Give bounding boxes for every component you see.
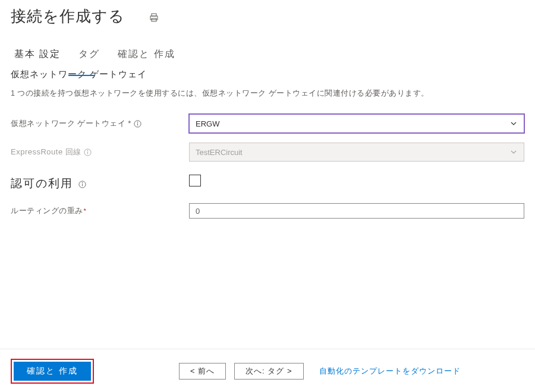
required-asterisk: * [84, 207, 87, 214]
svg-rect-0 [152, 14, 156, 16]
tab-basic-settings[interactable]: 基本 設定 [14, 48, 61, 63]
review-create-button[interactable]: 確認と 作成 [14, 362, 91, 381]
label-vnet-gateway: 仮想ネットワーク ゲートウェイ * [11, 118, 189, 129]
footer: 確認と 作成 < 前へ 次へ: タグ > 自動化のテンプレートをダウンロード [0, 349, 535, 392]
section-heading-vnet-gateway: 仮想ネットワーク ゲートウェイ [0, 64, 535, 83]
highlight-review-create: 確認と 作成 [11, 359, 94, 384]
label-authorization-usage: 認可の利用 [11, 176, 73, 191]
svg-point-11 [82, 182, 83, 183]
info-icon[interactable] [78, 180, 86, 188]
svg-point-5 [137, 122, 138, 122]
chevron-down-icon [509, 148, 518, 156]
svg-point-8 [87, 150, 88, 151]
info-icon[interactable] [134, 119, 142, 128]
tab-active-indicator [68, 75, 95, 76]
input-routing-weight[interactable] [189, 203, 524, 219]
info-icon[interactable] [84, 148, 92, 156]
previous-button[interactable]: < 前へ [179, 363, 226, 380]
chevron-down-icon [509, 119, 518, 128]
checkbox-authorization-usage[interactable] [189, 175, 201, 186]
tabs-container: 基本 設定 タグ 確認と 作成 [0, 37, 535, 64]
label-routing-weight-text: ルーティングの重み [11, 206, 83, 216]
tab-tags[interactable]: タグ [78, 48, 100, 63]
next-button[interactable]: 次へ: タグ > [234, 363, 303, 380]
tab-review-create[interactable]: 確認と 作成 [118, 48, 175, 63]
page-title: 接続を作成する [11, 6, 125, 27]
select-expressroute-circuit-value: TestERCircuit [196, 148, 243, 157]
label-expressroute-circuit-text: ExpressRoute 回線 [11, 147, 81, 157]
download-template-link[interactable]: 自動化のテンプレートをダウンロード [319, 366, 461, 377]
print-icon[interactable] [149, 12, 159, 23]
select-vnet-gateway[interactable]: ERGW [189, 114, 524, 133]
select-vnet-gateway-value: ERGW [196, 119, 219, 128]
label-vnet-gateway-text: 仮想ネットワーク ゲートウェイ * [11, 118, 131, 129]
label-expressroute-circuit: ExpressRoute 回線 [11, 147, 189, 157]
section-description-vnet-gateway: 1 つの接続を持つ仮想ネットワークを使用するには、仮想ネットワーク ゲートウェイ… [0, 83, 535, 109]
select-expressroute-circuit: TestERCircuit [189, 143, 524, 162]
label-routing-weight: ルーティングの重み* [11, 206, 189, 216]
